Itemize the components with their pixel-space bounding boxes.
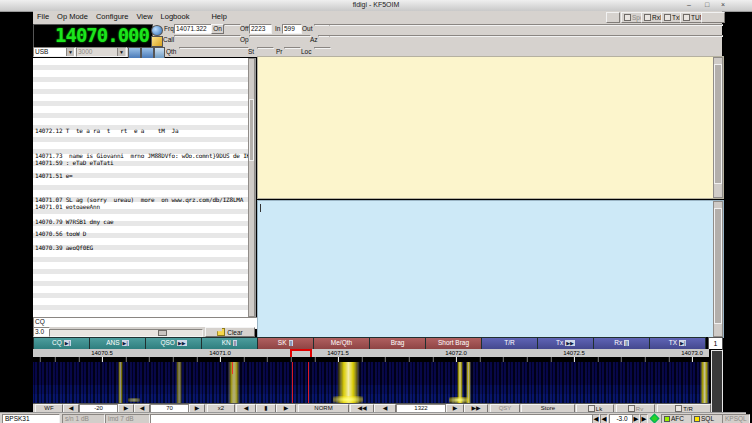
macro-glyph-icon: || (233, 340, 238, 346)
st-field[interactable] (257, 47, 274, 49)
menu-op-mode[interactable]: Op Mode (53, 11, 92, 21)
menu-view[interactable]: View (132, 11, 156, 21)
afc-toggle[interactable]: AFC (661, 414, 693, 423)
browser-line[interactable]: 14071.51 e= (35, 172, 73, 179)
scale-label: 14070.5 (91, 349, 113, 357)
waterfall-display[interactable] (33, 362, 709, 403)
browser-line[interactable]: 14071.01 eotoaeeAnn (35, 203, 100, 210)
frq-label: Frq (164, 24, 174, 34)
macro-glyph-icon: ▶| (122, 340, 129, 346)
rx-scrollbar-thumb[interactable] (714, 64, 722, 184)
combo-arrow-icon: ▼ (117, 48, 125, 56)
maximize-icon[interactable]: □ (702, 1, 712, 9)
squelch-value-field[interactable]: 3.0 (33, 327, 50, 337)
right-arrow-icon[interactable]: ▶ (632, 414, 640, 423)
signal-quality-indicator-icon (650, 414, 660, 423)
time-on-button[interactable]: On (211, 24, 224, 34)
notes-field-1[interactable] (329, 24, 723, 26)
log-panel: 14070.000 Frq 14071.322 On Off 2223 In 5… (33, 23, 722, 57)
log-pencil-icon[interactable] (151, 36, 163, 47)
tr-checkbox-icon[interactable] (675, 405, 682, 412)
tune-checkbox-icon[interactable] (683, 14, 690, 21)
sql-toggle[interactable]: SQL (691, 414, 724, 423)
browser-line[interactable]: 14070.39 aeoQf0EG (35, 244, 93, 251)
browser-line[interactable]: 14071.07 SL ag (sorry ureau) more on www… (35, 196, 253, 203)
imd-status: imd 7 dB (105, 414, 150, 423)
tx-frequency-marker[interactable] (290, 349, 312, 357)
minimize-icon[interactable]: – (684, 1, 694, 9)
left-arrow-icon[interactable]: ◀ (600, 414, 608, 423)
sql-led-icon (694, 416, 700, 422)
call-field[interactable] (174, 35, 241, 37)
tx-scrollbar[interactable] (713, 201, 723, 337)
reverse-checkbox-icon (628, 405, 635, 412)
squelch-slider[interactable] (49, 329, 203, 337)
browser-line[interactable]: 14072.12 T te a ra t rt e a tM Ja (35, 127, 178, 134)
close-icon[interactable]: × (718, 1, 728, 9)
notes-field-2[interactable] (329, 35, 723, 37)
mode-status-button[interactable]: BPSK31 (2, 414, 60, 423)
browser-scrollbar-thumb[interactable] (249, 99, 254, 161)
menu-help[interactable]: Help (207, 11, 230, 21)
macro-glyph-icon: ▶| (64, 340, 71, 346)
channel-marker-line (232, 362, 233, 374)
signal-trace (700, 362, 709, 403)
browser-line[interactable]: 14071.59 : eTaD eTaTati (35, 159, 113, 166)
lock-checkbox-icon[interactable] (588, 405, 595, 412)
menu-configure[interactable]: Configure (92, 11, 133, 21)
call-label: Call (163, 35, 174, 45)
toolbar-divider (606, 12, 620, 23)
browser-scrollbar[interactable] (248, 58, 255, 317)
rst-in-field[interactable]: 599 (282, 24, 302, 34)
signal-blob (333, 396, 363, 403)
scale-label: 14072.0 (445, 349, 467, 357)
st-label: St (248, 47, 254, 57)
signal-browser[interactable]: 14072.12 T te a ra t rt e a tM Ja 14071.… (33, 58, 256, 317)
bandwidth-select: ▼3000 (76, 47, 127, 57)
macro-glyph-icon: || (289, 340, 294, 346)
scale-label: 14073.0 (681, 349, 703, 357)
qth-field[interactable] (179, 47, 249, 49)
waterfall-scale[interactable]: 14070.5 14071.0 14071.5 14072.0 14072.5 … (33, 349, 709, 357)
frq-field[interactable]: 14071.322 (174, 24, 212, 34)
time-on-field[interactable] (224, 24, 241, 26)
combo-arrow-icon[interactable]: ▼ (66, 48, 74, 56)
az-label: Az (310, 35, 318, 45)
rx-text-pane[interactable] (257, 56, 724, 199)
time-off-field[interactable]: 2223 (249, 24, 272, 34)
macro-glyph-icon: ▶▶ (565, 340, 575, 346)
qsy-globe-icon[interactable] (151, 25, 163, 36)
browser-line[interactable]: 14070.56 tooW D (35, 230, 86, 237)
loc-field[interactable] (314, 47, 331, 49)
waterfall-panel: 14070.5 14071.0 14071.5 14072.0 14072.5 … (33, 349, 722, 412)
macro-glyph-icon: ▶| (679, 340, 686, 346)
snr-status: s/n 1 dB (62, 414, 105, 423)
squelch-slider-thumb[interactable] (158, 330, 167, 336)
rst-in-label: In (275, 24, 280, 34)
carrier-marker-line (308, 362, 309, 403)
menu-file[interactable]: File (33, 11, 53, 21)
left-arrow-icon[interactable]: ◀ (592, 414, 600, 423)
op-field[interactable] (249, 35, 311, 37)
rxid-checkbox-icon[interactable] (644, 14, 651, 21)
browser-clear-button[interactable]: Clear (205, 327, 255, 337)
menu-logbook[interactable]: Logbook (157, 11, 194, 21)
frequency-display[interactable]: 14070.000 (33, 24, 153, 48)
waterfall-side-scrollbar[interactable] (711, 350, 723, 413)
signal-trace (176, 362, 182, 403)
scale-label: 14071.0 (209, 349, 231, 357)
carrier-marker-line (292, 362, 293, 403)
sideband-select[interactable]: ▼USB (33, 47, 76, 57)
pr-field[interactable] (284, 47, 301, 49)
rx-scrollbar[interactable] (713, 57, 723, 198)
tx-scrollbar-thumb[interactable] (714, 208, 722, 324)
tx-text-cursor (260, 204, 261, 212)
tx-text-pane[interactable] (257, 200, 724, 338)
txid-checkbox-icon[interactable] (664, 14, 671, 21)
scale-label: 14071.5 (327, 349, 349, 357)
browser-line[interactable]: 14070.79 W7RSB1 dmy cae (35, 218, 113, 225)
browser-line[interactable]: 14071.73 name is Giovanni mrno JM88DVfo:… (35, 152, 253, 159)
browser-squelch-row: 3.0 Clear (33, 327, 255, 337)
right-arrow-icon[interactable]: ▶ (640, 414, 648, 423)
macro-bar: CQ▶| ANS▶| QSO▶▶ KN|| SK|| Me/Qth Brag S… (33, 337, 722, 349)
